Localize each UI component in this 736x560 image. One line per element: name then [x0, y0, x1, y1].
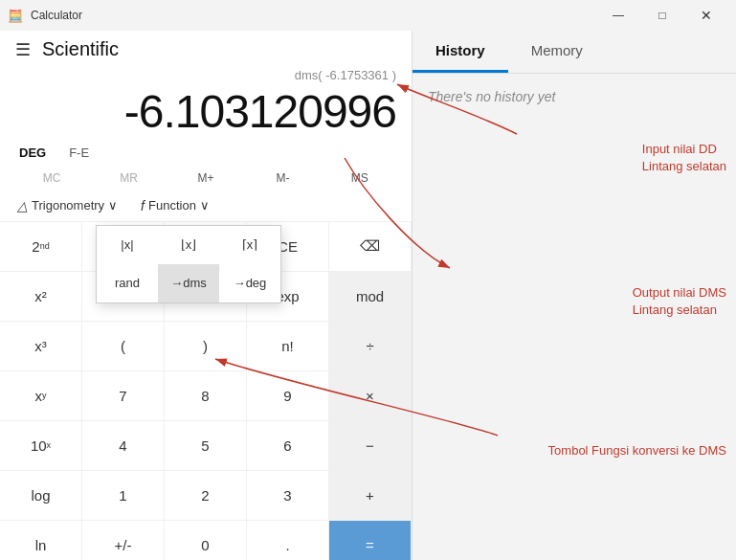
xpowy-button[interactable]: xy — [0, 370, 82, 420]
titlebar-controls: — □ ✕ — [596, 0, 728, 31]
titlebar-title: Calculator — [31, 9, 82, 22]
1-button[interactable]: 1 — [82, 470, 165, 520]
trig-icon: △ — [17, 198, 28, 213]
10x-button[interactable]: 10x — [0, 420, 82, 470]
mminus-button[interactable]: M- — [246, 168, 319, 189]
2nd-button[interactable]: 2nd — [0, 221, 82, 271]
memory-row: MC MR M+ M- MS — [0, 166, 412, 190]
divide-button[interactable]: ÷ — [329, 321, 412, 370]
lparen-button[interactable]: ( — [82, 321, 165, 370]
rparen-button[interactable]: ) — [165, 321, 247, 370]
floor-button[interactable]: ⌊x⌋ — [158, 226, 219, 264]
minimize-button[interactable]: — — [596, 0, 640, 31]
trig-label: Trigonometry — [32, 198, 104, 213]
titlebar-left: 🧮 Calculator — [8, 9, 82, 23]
subtract-button[interactable]: − — [329, 420, 412, 470]
xcubed-button[interactable]: x³ — [0, 321, 82, 370]
history-content: There's no history yet — [413, 74, 736, 120]
plusminus-button[interactable]: +/- — [82, 520, 165, 560]
function-dropdown[interactable]: f Function ∨ — [131, 194, 219, 217]
abs-button[interactable]: |x| — [97, 226, 158, 264]
mplus-button[interactable]: M+ — [169, 168, 242, 189]
display-area: dms( -6.1753361 ) -6.103120996 — [0, 64, 412, 138]
func-toolbar: △ Trigonometry ∨ f Function ∨ |x| ⌊x⌋ ⌈x… — [0, 190, 412, 221]
display-main: -6.103120996 — [15, 87, 396, 138]
mode-row: DEG F-E — [0, 138, 412, 166]
trigonometry-dropdown[interactable]: △ Trigonometry ∨ — [8, 194, 127, 217]
ln-button[interactable]: ln — [0, 520, 82, 560]
decimal-button[interactable]: . — [247, 520, 329, 560]
ceil-button[interactable]: ⌈x⌉ — [219, 226, 280, 264]
function-popup: |x| ⌊x⌋ ⌈x⌉ rand →dms →deg — [96, 225, 281, 303]
0-button[interactable]: 0 — [165, 520, 247, 560]
multiply-button[interactable]: × — [329, 370, 412, 420]
rand-button[interactable]: rand — [97, 264, 158, 302]
func-chevron-icon: ∨ — [200, 198, 210, 213]
maximize-button[interactable]: □ — [640, 0, 684, 31]
input-annotation: Input nilai DDLintang selatan — [642, 141, 726, 175]
main-container: ☰ Scientific dms( -6.1753361 ) -6.103120… — [0, 31, 736, 560]
app-title: Scientific — [42, 38, 119, 60]
ms-button[interactable]: MS — [323, 168, 396, 189]
3-button[interactable]: 3 — [247, 470, 329, 520]
mod-button[interactable]: mod — [329, 271, 412, 321]
todms-button[interactable]: →dms — [158, 264, 219, 302]
trig-chevron-icon: ∨ — [108, 198, 118, 213]
xsquared-button[interactable]: x² — [0, 271, 82, 321]
4-button[interactable]: 4 — [82, 420, 165, 470]
output-annotation: Output nilai DMSLintang selatan — [633, 284, 726, 319]
app-header: ☰ Scientific — [0, 31, 412, 64]
fe-button[interactable]: F-E — [65, 144, 93, 162]
5-button[interactable]: 5 — [165, 420, 247, 470]
button-annotation: Tombol Fungsi konversi ke DMS — [548, 442, 726, 459]
mr-button[interactable]: MR — [92, 168, 165, 189]
history-tab[interactable]: History — [413, 31, 508, 73]
tabs-row: History Memory — [413, 31, 736, 74]
right-panel: History Memory There's no history yet In… — [412, 31, 736, 560]
8-button[interactable]: 8 — [165, 370, 247, 420]
equals-button[interactable]: = — [329, 520, 412, 560]
add-button[interactable]: + — [329, 470, 412, 520]
memory-tab[interactable]: Memory — [508, 31, 606, 73]
app-icon: 🧮 — [8, 9, 23, 23]
factorial-button[interactable]: n! — [247, 321, 329, 370]
mc-button[interactable]: MC — [15, 168, 88, 189]
display-secondary: dms( -6.1753361 ) — [15, 68, 396, 87]
6-button[interactable]: 6 — [247, 420, 329, 470]
func-label: Function — [148, 198, 196, 213]
func-icon: f — [141, 198, 145, 213]
history-empty-text: There's no history yet — [428, 89, 555, 104]
hamburger-menu-icon[interactable]: ☰ — [15, 39, 31, 60]
9-button[interactable]: 9 — [247, 370, 329, 420]
7-button[interactable]: 7 — [82, 370, 165, 420]
log-button[interactable]: log — [0, 470, 82, 520]
2-button[interactable]: 2 — [165, 470, 247, 520]
calculator-panel: ☰ Scientific dms( -6.1753361 ) -6.103120… — [0, 31, 412, 560]
close-button[interactable]: ✕ — [684, 0, 728, 31]
titlebar: 🧮 Calculator — □ ✕ — [0, 0, 736, 31]
todeg-button[interactable]: →deg — [219, 264, 280, 302]
deg-button[interactable]: DEG — [15, 144, 50, 162]
backspace-button[interactable]: ⌫ — [329, 221, 412, 271]
